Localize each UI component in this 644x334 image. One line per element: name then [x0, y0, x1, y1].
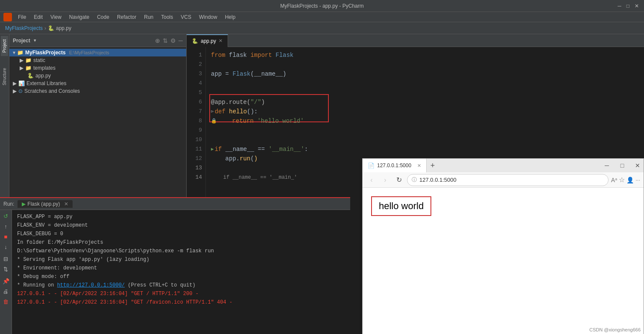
browser-forward-btn[interactable]: ›: [380, 174, 391, 186]
extlibs-icon: 📊: [18, 80, 25, 86]
browser-minimize-btn[interactable]: ─: [601, 160, 613, 171]
menu-file[interactable]: File: [15, 13, 29, 21]
code-line-7: ⊳ def hello():: [211, 107, 639, 116]
output-line-11: 127.0.0.1 - - [02/Apr/2022 23:16:04] "GE…: [17, 298, 345, 307]
project-dropdown-arrow[interactable]: ▾: [34, 38, 36, 43]
title-bar: MyFlaskProjects - app.py - PyCharm ─ □ ✕: [0, 0, 644, 12]
sidebar-tab-structure[interactable]: Structure: [1, 65, 8, 89]
hide-icon[interactable]: ─: [179, 37, 183, 44]
settings-icon[interactable]: ⚙: [170, 37, 176, 44]
window-title: MyFlaskProjects - app.py - PyCharm: [280, 3, 363, 9]
breadcrumb-bar: MyFlaskProjects › 🐍 app.py: [0, 22, 644, 34]
browser-favorites-icon[interactable]: ☆: [619, 176, 625, 184]
code-line-1: from flask import Flask: [211, 50, 639, 60]
browser-reader-icon[interactable]: Aᵃ: [611, 177, 617, 183]
menu-bar: File Edit View Navigate Code Refactor Ru…: [0, 12, 644, 22]
browser-tab-close[interactable]: ✕: [417, 163, 421, 168]
output-line-7: * Environment: development: [17, 264, 345, 272]
run-stop-btn[interactable]: ■: [2, 232, 10, 241]
code-line-5: [211, 88, 639, 98]
browser-new-tab-btn[interactable]: +: [427, 160, 439, 171]
run-tab-close[interactable]: ✕: [64, 201, 68, 207]
tree-expand-static: ▶: [20, 57, 23, 63]
browser-refresh-btn[interactable]: ↻: [393, 174, 404, 186]
tree-expand-scratches: ▶: [13, 88, 17, 94]
output-line-4: In folder E:/MyFlaskProjects: [17, 238, 345, 247]
menu-tools[interactable]: Tools: [158, 13, 176, 21]
browser-tab-active[interactable]: 📄 127.0.0.1:5000 ✕: [363, 159, 427, 172]
collapse-icon[interactable]: ⇅: [163, 37, 168, 44]
browser-extra-icons: Aᵃ ☆ 👤 ···: [611, 176, 640, 184]
tree-root-name: MyFlaskProjects: [25, 50, 66, 56]
menu-vcs[interactable]: VCS: [177, 13, 195, 21]
tree-root[interactable]: ▾ 📁 MyFlaskProjects E:\MyFlaskProjects: [9, 49, 186, 56]
browser-content: hello world: [363, 188, 644, 334]
minimize-btn[interactable]: ─: [616, 3, 623, 9]
run-header: Run: ▶ Flask (app.py) ✕: [0, 198, 350, 210]
code-line-8: 🔒 return 'hello world': [211, 116, 639, 126]
output-line-1: FLASK_APP = app.py: [17, 213, 345, 221]
hello-world-text: hello world: [371, 196, 431, 216]
tab-close-btn[interactable]: ✕: [219, 38, 222, 44]
tree-expand-root: ▾: [13, 50, 15, 56]
tree-item-static[interactable]: ▶ 📁 static: [9, 56, 186, 64]
editor-tab-apppy[interactable]: 🐍 app.py ✕: [187, 34, 228, 47]
run-panel: Run: ▶ Flask (app.py) ✕ ↺ ↑ ■ ↓ ⊟ ⇅ 📌 🖨 …: [0, 197, 350, 334]
run-print-btn[interactable]: 🖨: [2, 287, 10, 296]
browser-address-bar: ‹ › ↻ ⓘ 127.0.0.1:5000 Aᵃ ☆ 👤 ···: [363, 172, 644, 188]
run-scroll-down-btn[interactable]: ↓: [2, 242, 10, 251]
run-split-btn[interactable]: ⊟: [2, 254, 10, 263]
file-apppy-icon: 🐍: [27, 73, 34, 79]
flask-url-link[interactable]: http://127.0.0.1:5000/: [57, 282, 125, 288]
run-pin-btn[interactable]: 📌: [2, 277, 10, 285]
tree-item-scratches[interactable]: ▶ ⊙ Scratches and Consoles: [9, 87, 186, 95]
close-btn[interactable]: ✕: [633, 3, 641, 9]
menu-view[interactable]: View: [47, 13, 65, 21]
menu-code[interactable]: Code: [94, 13, 113, 21]
menu-edit[interactable]: Edit: [30, 13, 46, 21]
code-line-4: [211, 79, 639, 88]
project-panel-title: Project: [13, 38, 30, 44]
browser-tab-bar: 📄 127.0.0.1:5000 ✕ + ─ □ ✕: [363, 159, 644, 172]
run-restart-btn[interactable]: ↺: [2, 212, 10, 220]
browser-restore-btn[interactable]: □: [616, 160, 628, 171]
menu-run[interactable]: Run: [141, 13, 157, 21]
code-line-11: ▶ if __name__ == '__main__':: [211, 145, 639, 154]
scratches-icon: ⊙: [18, 88, 23, 94]
code-line-9: [211, 126, 639, 135]
code-line-2: [211, 60, 639, 69]
breadcrumb-file[interactable]: 🐍 app.py: [48, 25, 71, 31]
menu-window[interactable]: Window: [196, 13, 221, 21]
maximize-btn[interactable]: □: [625, 3, 631, 9]
window-controls[interactable]: ─ □ ✕: [616, 3, 641, 9]
browser-profile-icon[interactable]: 👤: [626, 177, 634, 183]
output-line-2: FLASK_ENV = development: [17, 221, 345, 230]
browser-url-box[interactable]: ⓘ 127.0.0.1:5000: [407, 174, 609, 186]
browser-window: 📄 127.0.0.1:5000 ✕ + ─ □ ✕ ‹ › ↻ ⓘ 127.0…: [362, 158, 644, 334]
run-content: ↺ ↑ ■ ↓ ⊟ ⇅ 📌 🖨 🗑 FLASK_APP = app.py FLA…: [0, 210, 350, 334]
menu-help[interactable]: Help: [222, 13, 239, 21]
run-tab-flask[interactable]: ▶ Flask (app.py) ✕: [18, 200, 73, 208]
run-clear-btn[interactable]: 🗑: [2, 297, 10, 306]
run-scroll-up-btn[interactable]: ↑: [2, 222, 10, 231]
app-logo: [3, 13, 12, 21]
tree-item-extlibs[interactable]: ▶ 📊 External Libraries: [9, 80, 186, 87]
browser-close-btn[interactable]: ✕: [632, 160, 644, 171]
file-icon: 🐍: [48, 25, 54, 31]
editor-tabs: 🐍 app.py ✕: [187, 34, 644, 47]
folder-templates-icon: 📁: [25, 65, 32, 71]
menu-refactor[interactable]: Refactor: [114, 13, 140, 21]
output-line-5: D:\Software\PythonVenv\Djangoone\Scripts…: [17, 247, 345, 255]
tree-item-templates[interactable]: ▶ 📁 templates: [9, 64, 186, 72]
menu-navigate[interactable]: Navigate: [66, 13, 93, 21]
run-sidebar: ↺ ↑ ■ ↓ ⊟ ⇅ 📌 🖨 🗑: [0, 210, 12, 334]
breadcrumb-project[interactable]: MyFlaskProjects: [5, 25, 43, 31]
run-sort-btn[interactable]: ⇅: [2, 265, 10, 273]
locate-icon[interactable]: ⊕: [155, 37, 160, 44]
run-label: Run:: [3, 201, 14, 207]
tree-item-apppy[interactable]: 🐍 app.py: [9, 72, 186, 80]
sidebar-tab-project[interactable]: Project: [1, 36, 8, 56]
browser-back-btn[interactable]: ‹: [366, 174, 377, 186]
browser-more-icon[interactable]: ···: [635, 177, 640, 183]
folder-static-icon: 📁: [25, 57, 32, 63]
